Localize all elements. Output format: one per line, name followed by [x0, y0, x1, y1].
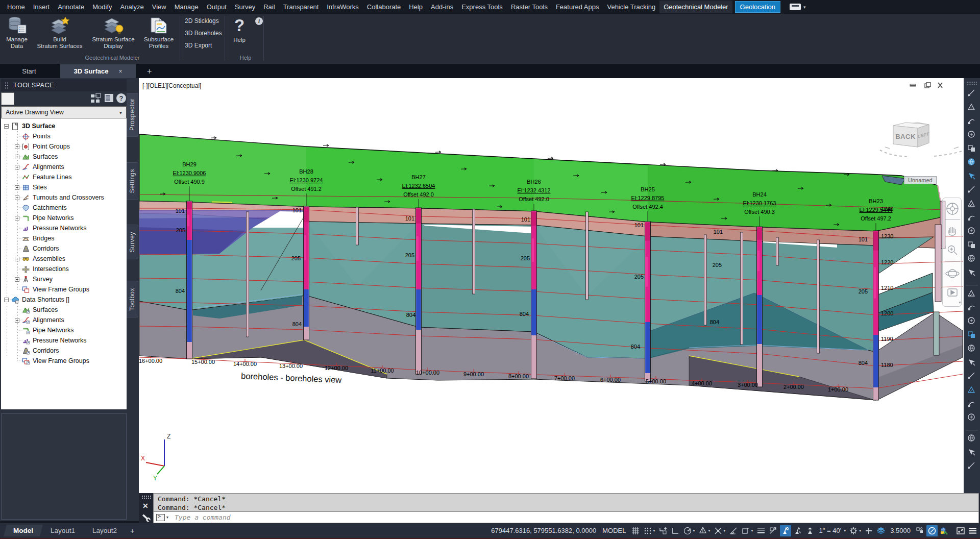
new-layout-button[interactable]: + [130, 526, 135, 535]
layout-tab-layout1[interactable]: Layout1 [41, 525, 85, 536]
coordinates-display[interactable]: 679447.6316, 579551.6382, 0.0000 [488, 527, 599, 534]
rect-tools-icon[interactable] [968, 290, 974, 296]
object-snap-icon-caret[interactable]: ▾ [751, 528, 753, 533]
grid-dots-icon[interactable] [968, 373, 974, 379]
command-history[interactable]: Command: *Cancel* Command: *Cancel* [153, 493, 979, 512]
draw-corner-icon[interactable] [968, 90, 974, 96]
toolspace-title-bar[interactable]: TOOLSPACE [1, 79, 127, 91]
sheets-grid-icon[interactable] [968, 145, 975, 152]
star-hash-icon[interactable] [968, 186, 974, 192]
z-line-icon[interactable] [968, 317, 974, 324]
toolspace-grip[interactable] [5, 82, 9, 89]
protractor-icon[interactable] [968, 255, 974, 261]
tree-item-data-shortcuts-[interactable]: Data Shortcuts [] [4, 295, 69, 305]
tree-item-surfaces[interactable]: Surfaces [15, 305, 58, 315]
dashed-box-icon[interactable] [968, 242, 975, 248]
workspace-gear-icon[interactable] [848, 525, 859, 536]
ribbon-button-2d-sticklogs[interactable]: 2D Sticklogs [185, 16, 219, 26]
snap-mode-icon-caret[interactable]: ▾ [653, 528, 655, 533]
file-tab-close-icon[interactable]: × [118, 68, 122, 75]
ribbon-tab-collaborate[interactable]: Collaborate [363, 1, 405, 13]
view-selector-dropdown[interactable]: Active Drawing View ▾ [1, 106, 127, 118]
toolspace-tab-settings[interactable]: Settings [127, 162, 138, 200]
ribbon-tab-add-ins[interactable]: Add-ins [427, 1, 457, 13]
tree-item-pipe-networks[interactable]: Pipe Networks [15, 325, 74, 335]
viewcube[interactable]: BACKLEFT [878, 112, 964, 161]
clean-screen-icon[interactable] [955, 525, 966, 536]
tree-expander[interactable] [15, 185, 19, 190]
ribbon-tab-raster-tools[interactable]: Raster Tools [507, 1, 552, 13]
tree-expander[interactable] [4, 124, 9, 129]
ribbon-tab-geotechnical-modeler[interactable]: Geotechnical Modeler [659, 1, 732, 13]
ribbon-tab-manage[interactable]: Manage [170, 1, 203, 13]
tree-expander[interactable] [15, 257, 19, 261]
brush-icon[interactable] [968, 345, 974, 351]
viewport-controls-label[interactable]: [-][OLE1][Conceptual] [142, 82, 201, 89]
ribbon-tab-rail[interactable]: Rail [259, 1, 279, 13]
ribbon-tab-transparent[interactable]: Transparent [279, 1, 323, 13]
tree-item-bridges[interactable]: Bridges [15, 233, 54, 243]
layout-tab-layout2[interactable]: Layout2 [83, 525, 127, 536]
viewport-restore-icon[interactable] [925, 83, 930, 88]
circle-slash-icon[interactable] [968, 332, 975, 338]
tree-expander[interactable] [15, 195, 19, 200]
manage-data-button[interactable]: ManageData [1, 16, 33, 62]
pipe-grid-icon[interactable] [969, 449, 975, 455]
cursor-walk-icon[interactable] [968, 387, 974, 393]
viewcube-back-label[interactable]: BACK [895, 133, 916, 140]
tree-item-sites[interactable]: Sites [15, 182, 47, 192]
tree-item-point-groups[interactable]: Point Groups [15, 141, 70, 152]
ribbon-tab-output[interactable]: Output [203, 1, 231, 13]
customization-menu-icon[interactable] [967, 525, 978, 536]
tree-expander[interactable] [15, 144, 19, 149]
toolspace-tab-prospector[interactable]: Prospector [127, 93, 138, 137]
zoom-icon[interactable] [948, 246, 958, 255]
tree-item-corridors[interactable]: Corridors [15, 243, 59, 254]
tree-item-view-frame-groups[interactable]: View Frame Groups [15, 284, 89, 295]
help-button[interactable]: ? Help [229, 16, 250, 43]
unnamed-surface-badge[interactable]: Unnamed [904, 176, 937, 184]
isolate-objects-icon[interactable] [926, 525, 938, 536]
tree-item-pressure-networks[interactable]: Pressure Networks [15, 223, 87, 233]
draw-triangle-icon[interactable] [968, 104, 974, 110]
polar-tracking-icon-caret[interactable]: ▾ [693, 528, 695, 533]
ribbon-tab-express-tools[interactable]: Express Tools [457, 1, 507, 13]
star-target-icon[interactable] [968, 462, 974, 469]
ribbon-tab-infraworks[interactable]: InfraWorks [323, 1, 363, 13]
transparency-icon[interactable] [768, 525, 779, 536]
command-input[interactable]: ▾ Type a command [153, 512, 979, 523]
grid-display-icon[interactable] [630, 525, 641, 536]
tree-item-intersections[interactable]: Intersections [15, 264, 69, 274]
item-tree-toggle-icon[interactable] [91, 93, 101, 103]
ribbon-tab-help[interactable]: Help [405, 1, 427, 13]
pan-hand-icon[interactable] [949, 227, 955, 235]
ribbon-button-3d-boreholes[interactable]: 3D Boreholes [185, 29, 222, 38]
arc-calc-icon[interactable] [969, 359, 975, 365]
tree-item-surfaces[interactable]: Surfaces [15, 152, 58, 162]
tree-expander[interactable] [15, 216, 19, 220]
autosnap-icon-caret[interactable]: ▾ [724, 528, 726, 533]
lineweight-icon[interactable] [755, 525, 767, 536]
new-file-tab-button[interactable]: + [147, 67, 152, 78]
workspace-gear-icon-caret[interactable]: ▾ [859, 528, 861, 533]
tree-item-pressure-networks[interactable]: Pressure Networks [15, 335, 87, 346]
viewport-close-icon[interactable] [938, 83, 942, 88]
ui-squares-icon[interactable] [914, 525, 925, 536]
tree-item-alignments[interactable]: Alignments [15, 162, 64, 172]
zoom-star-icon[interactable] [968, 228, 974, 234]
tree-expander[interactable] [15, 165, 19, 169]
tray-plus-icon[interactable] [863, 525, 874, 536]
toolspace-tab-toolbox[interactable]: Toolbox [127, 281, 138, 317]
showmotion-icon[interactable] [948, 289, 957, 296]
tree-item-assemblies[interactable]: Assemblies [15, 254, 65, 264]
star-a-icon[interactable] [968, 201, 974, 206]
info-icon[interactable]: i [255, 17, 263, 25]
infer-constraints-icon[interactable] [657, 525, 669, 536]
ribbon-tab-vehicle-tracking[interactable]: Vehicle Tracking [603, 1, 659, 13]
object-snap-icon[interactable] [740, 525, 751, 536]
command-prompt-caret[interactable]: ▾ [166, 515, 168, 520]
isodraft-icon-caret[interactable]: ▾ [708, 528, 710, 533]
annotation-scale-value[interactable]: 1" = 40' [817, 527, 844, 534]
cursor-filter-icon[interactable] [968, 435, 974, 441]
autoscale-icon[interactable] [792, 525, 803, 536]
